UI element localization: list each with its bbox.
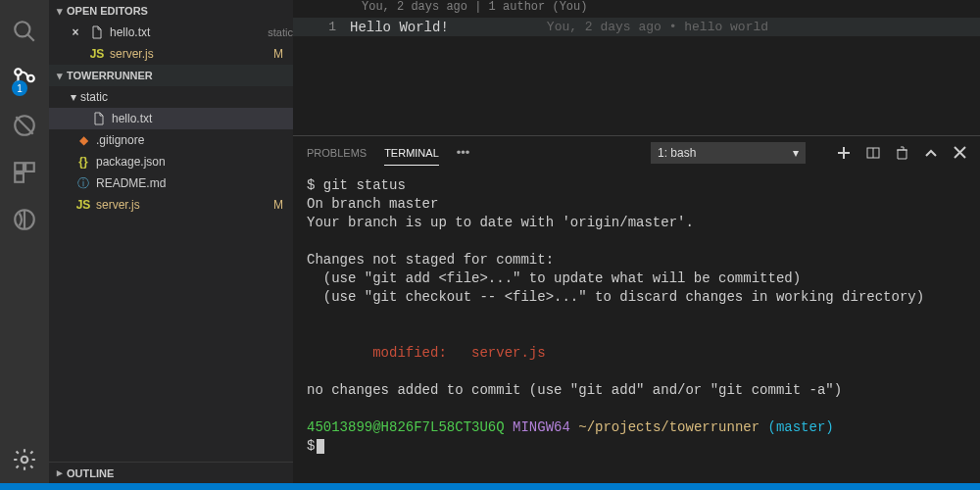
open-editor-item[interactable]: JS server.js M [49, 43, 293, 65]
panel-actions [837, 146, 966, 160]
bottom-panel: PROBLEMS TERMINAL ••• 1: bash ▾ $ git st… [293, 135, 980, 483]
editor-file-name: server.js [110, 47, 273, 61]
open-editors-label: OPEN EDITORS [67, 5, 148, 17]
file-icon [90, 112, 108, 125]
code-line[interactable]: 1 Hello World! You, 2 days ago • hello w… [293, 18, 980, 36]
outline-header[interactable]: ▸ OUTLINE [49, 462, 293, 483]
tree-item[interactable]: {} package.json [49, 151, 293, 172]
scm-icon[interactable]: 1 [0, 55, 49, 102]
line-number: 1 [293, 20, 350, 34]
svg-point-2 [15, 69, 22, 75]
debug-icon[interactable] [0, 102, 49, 149]
gitlens-blame: You, 2 days ago • hello world [547, 20, 768, 34]
terminal-output[interactable]: $ git status On branch master Your branc… [293, 169, 980, 483]
tree-item[interactable]: hello.txt [49, 108, 293, 129]
folder-item[interactable]: ▾ static [49, 86, 293, 108]
chevron-down-icon: ▾ [57, 70, 63, 82]
terminal-selector-label: 1: bash [658, 146, 696, 160]
chevron-down-icon: ▾ [793, 146, 799, 160]
file-icon [88, 25, 106, 39]
editor-area[interactable]: You, 2 days ago | 1 author (You) 1 Hello… [293, 0, 980, 135]
tree-file-name: package.json [96, 155, 293, 169]
tree-file-name: server.js [96, 198, 273, 212]
open-editors-header[interactable]: ▾ OPEN EDITORS [49, 0, 293, 22]
tree-item[interactable]: ◆ .gitignore [49, 129, 293, 151]
status-bar[interactable] [0, 483, 980, 490]
close-panel-icon[interactable] [954, 146, 966, 159]
activity-bar: 1 [0, 0, 49, 483]
open-editor-item[interactable]: × hello.txt static [49, 22, 293, 43]
panel-tabs: PROBLEMS TERMINAL ••• 1: bash ▾ [293, 136, 980, 169]
folder-name: static [80, 90, 293, 104]
modified-mark: M [273, 47, 283, 61]
editor-file-name: hello.txt [110, 25, 262, 39]
prompt-symbol: $ [307, 438, 315, 454]
panel-overflow-icon[interactable]: ••• [457, 145, 470, 160]
js-icon: JS [88, 47, 106, 61]
app-window: 1 ▾ OPEN EDITORS × hello.txt static [0, 0, 980, 483]
code-text: Hello World! [350, 20, 449, 35]
split-terminal-icon[interactable] [866, 146, 880, 160]
prompt-branch: (master) [768, 419, 834, 435]
modified-mark: M [273, 198, 283, 212]
svg-line-1 [27, 34, 34, 41]
kill-terminal-icon[interactable] [896, 146, 908, 160]
project-header[interactable]: ▾ TOWERRUNNER [49, 65, 293, 86]
editor-file-path: static [268, 26, 293, 38]
info-icon: ⓘ [74, 175, 92, 192]
svg-point-11 [22, 457, 28, 464]
prompt-env: MINGW64 [513, 419, 570, 435]
js-icon: JS [74, 198, 92, 212]
svg-rect-9 [15, 173, 24, 182]
tab-terminal[interactable]: TERMINAL [384, 140, 439, 166]
svg-point-0 [15, 22, 29, 36]
explorer-sidebar: ▾ OPEN EDITORS × hello.txt static JS ser… [49, 0, 293, 483]
svg-rect-7 [15, 163, 24, 172]
tree-file-name: README.md [96, 176, 293, 190]
tree-file-name: hello.txt [112, 112, 293, 125]
extensions-icon[interactable] [0, 149, 49, 196]
editor-pane: You, 2 days ago | 1 author (You) 1 Hello… [293, 0, 980, 483]
chevron-right-icon: ▸ [57, 466, 63, 479]
chevron-down-icon: ▾ [71, 90, 76, 104]
project-label: TOWERRUNNER [67, 70, 153, 81]
tree-item[interactable]: JS server.js M [49, 194, 293, 216]
new-terminal-icon[interactable] [837, 146, 851, 160]
settings-gear-icon[interactable] [0, 436, 49, 483]
prompt-path: ~/projects/towerrunner [578, 419, 760, 435]
git-icon: ◆ [74, 133, 92, 147]
json-icon: {} [74, 155, 92, 169]
svg-line-6 [16, 117, 32, 133]
tree-file-name: .gitignore [96, 133, 293, 147]
ext-activity-icon[interactable] [0, 196, 49, 243]
close-icon[interactable]: × [67, 25, 84, 39]
gitlens-authorline: You, 2 days ago | 1 author (You) [293, 0, 980, 18]
maximize-panel-icon[interactable] [924, 148, 938, 158]
tab-problems[interactable]: PROBLEMS [307, 140, 367, 165]
terminal-cursor [317, 439, 324, 454]
scm-badge: 1 [12, 80, 27, 96]
chevron-down-icon: ▾ [57, 5, 63, 18]
terminal-selector[interactable]: 1: bash ▾ [651, 142, 806, 164]
svg-rect-8 [25, 163, 34, 172]
tree-item[interactable]: ⓘ README.md [49, 172, 293, 194]
prompt-user: 45013899@H826F7L58CT3U6Q [307, 419, 505, 435]
outline-label: OUTLINE [67, 467, 114, 479]
search-icon[interactable] [0, 8, 49, 55]
